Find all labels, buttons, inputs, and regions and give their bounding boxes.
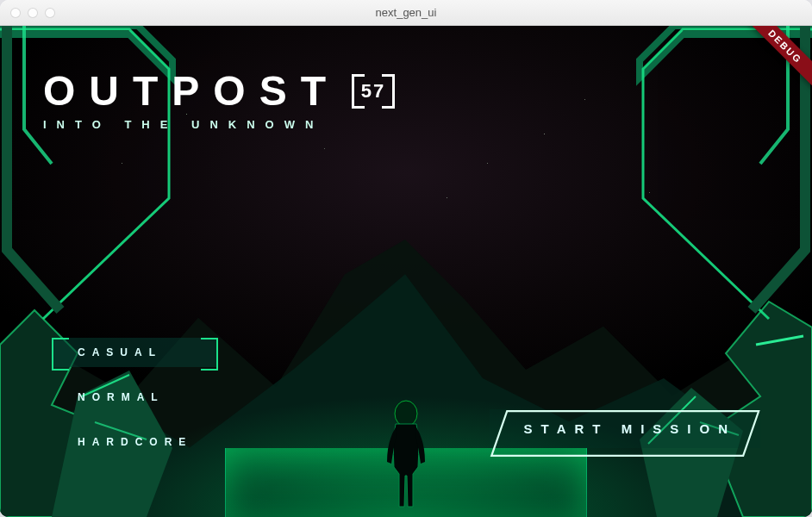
app-window: next_gen_ui [0, 0, 812, 517]
zoom-window-icon[interactable] [45, 8, 55, 18]
difficulty-menu: CASUAL NORMAL HARDCORE [53, 338, 216, 457]
difficulty-option-hardcore[interactable]: HARDCORE [53, 427, 216, 457]
traffic-lights [10, 8, 55, 18]
svg-marker-7 [640, 388, 743, 517]
game-viewport: DEBUG OUTPOST 57 INTO THE UNKNOWN CASUAL… [0, 26, 812, 517]
svg-point-11 [395, 401, 417, 427]
game-title-badge: 57 [352, 77, 395, 106]
difficulty-label: CASUAL [78, 346, 162, 358]
window-title: next_gen_ui [0, 6, 812, 19]
close-window-icon[interactable] [10, 8, 21, 18]
start-mission-label: START MISSION [524, 421, 736, 436]
titlebar: next_gen_ui [0, 0, 812, 26]
start-mission-button[interactable]: START MISSION [490, 409, 760, 448]
difficulty-option-normal[interactable]: NORMAL [53, 383, 216, 412]
foreground-rocks-right [622, 293, 812, 517]
title-block: OUTPOST 57 INTO THE UNKNOWN [43, 67, 395, 131]
game-title-row: OUTPOST 57 [43, 67, 395, 115]
astronaut-silhouette [380, 398, 432, 510]
difficulty-label: HARDCORE [78, 436, 192, 448]
difficulty-option-casual[interactable]: CASUAL [53, 338, 216, 367]
minimize-window-icon[interactable] [28, 8, 38, 18]
game-subtitle: INTO THE UNKNOWN [43, 118, 395, 131]
difficulty-label: NORMAL [78, 391, 165, 403]
game-title-main: OUTPOST [43, 67, 340, 115]
